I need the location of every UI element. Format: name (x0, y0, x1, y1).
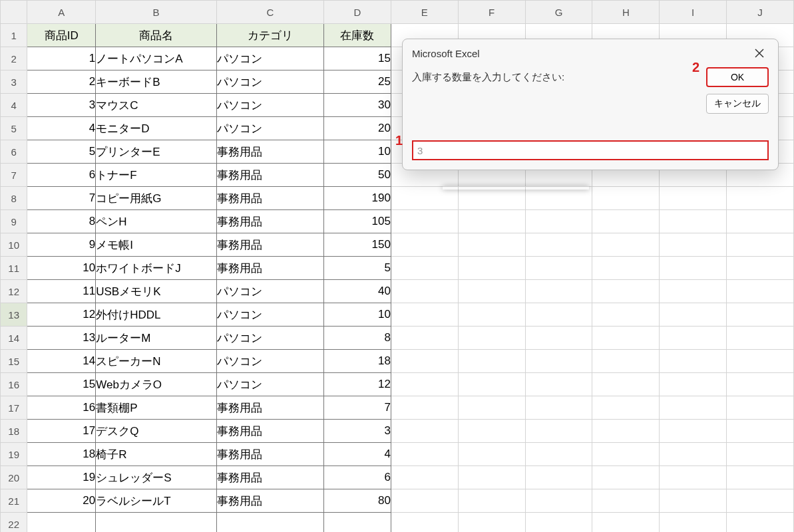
cell-J16[interactable] (727, 373, 794, 396)
cell-F13[interactable] (458, 303, 525, 327)
cell-I19[interactable] (660, 443, 727, 466)
cell-F21[interactable] (458, 489, 525, 513)
cell-A4[interactable]: 3 (27, 94, 96, 117)
cell-D16[interactable]: 12 (324, 373, 391, 396)
cell-F9[interactable] (458, 210, 525, 233)
cell-B15[interactable]: スピーカーN (96, 350, 217, 373)
cell-G13[interactable] (525, 303, 592, 327)
cell-E9[interactable] (391, 210, 458, 233)
cell-E18[interactable] (391, 420, 458, 443)
row-header-20[interactable]: 20 (1, 466, 27, 489)
cell-F10[interactable] (458, 233, 525, 257)
cell-D12[interactable]: 40 (324, 280, 391, 303)
cell-D4[interactable]: 30 (324, 94, 391, 117)
column-header-D[interactable]: D (324, 1, 391, 24)
cell-J20[interactable] (727, 466, 794, 489)
cell-E12[interactable] (391, 280, 458, 303)
cell-E13[interactable] (391, 303, 458, 327)
cell-E10[interactable] (391, 233, 458, 257)
row-header-17[interactable]: 17 (1, 396, 27, 420)
cell-A2[interactable]: 1 (27, 47, 96, 70)
cell-A17[interactable]: 16 (27, 396, 96, 420)
cell-C22[interactable] (216, 513, 323, 533)
cell-D22[interactable] (324, 513, 391, 533)
cell-A16[interactable]: 15 (27, 373, 96, 396)
row-header-12[interactable]: 12 (1, 280, 27, 303)
cell-J10[interactable] (727, 233, 794, 257)
cell-C14[interactable]: パソコン (216, 327, 323, 350)
cell-E22[interactable] (391, 513, 458, 533)
row-header-22[interactable]: 22 (1, 513, 27, 533)
cell-I16[interactable] (660, 373, 727, 396)
cell-D11[interactable]: 5 (324, 257, 391, 280)
cell-J21[interactable] (727, 489, 794, 513)
cell-E11[interactable] (391, 257, 458, 280)
cell-J9[interactable] (727, 210, 794, 233)
cell-H13[interactable] (592, 303, 660, 327)
cell-B18[interactable]: デスクQ (96, 420, 217, 443)
cell-B17[interactable]: 書類棚P (96, 396, 217, 420)
cell-G15[interactable] (525, 350, 592, 373)
cell-D8[interactable]: 190 (324, 187, 391, 210)
cell-G10[interactable] (525, 233, 592, 257)
cell-B6[interactable]: プリンターE (96, 140, 217, 164)
row-header-19[interactable]: 19 (1, 443, 27, 466)
cell-I13[interactable] (660, 303, 727, 327)
cell-B10[interactable]: メモ帳I (96, 233, 217, 257)
column-header-J[interactable]: J (727, 1, 794, 24)
cell-E20[interactable] (391, 466, 458, 489)
cell-G14[interactable] (525, 327, 592, 350)
cell-F18[interactable] (458, 420, 525, 443)
cell-J13[interactable] (727, 303, 794, 327)
cell-G11[interactable] (525, 257, 592, 280)
column-header-B[interactable]: B (96, 1, 217, 24)
cell-D3[interactable]: 25 (324, 70, 391, 94)
cell-H9[interactable] (592, 210, 660, 233)
cell-J14[interactable] (727, 327, 794, 350)
column-header-E[interactable]: E (391, 1, 458, 24)
cell-A6[interactable]: 5 (27, 140, 96, 164)
cell-C7[interactable]: 事務用品 (216, 164, 323, 187)
cell-A22[interactable] (27, 513, 96, 533)
cell-C6[interactable]: 事務用品 (216, 140, 323, 164)
cell-C2[interactable]: パソコン (216, 47, 323, 70)
cell-C21[interactable]: 事務用品 (216, 489, 323, 513)
cell-B7[interactable]: トナーF (96, 164, 217, 187)
cell-H22[interactable] (592, 513, 660, 533)
row-header-3[interactable]: 3 (1, 70, 27, 94)
cell-A13[interactable]: 12 (27, 303, 96, 327)
cell-F14[interactable] (458, 327, 525, 350)
cell-G20[interactable] (525, 466, 592, 489)
cell-E17[interactable] (391, 396, 458, 420)
cell-C20[interactable]: 事務用品 (216, 466, 323, 489)
cell-J15[interactable] (727, 350, 794, 373)
row-header-21[interactable]: 21 (1, 489, 27, 513)
row-header-14[interactable]: 14 (1, 327, 27, 350)
cell-C5[interactable]: パソコン (216, 117, 323, 140)
row-header-11[interactable]: 11 (1, 257, 27, 280)
cell-H17[interactable] (592, 396, 660, 420)
cell-I20[interactable] (660, 466, 727, 489)
cell-B11[interactable]: ホワイトボードJ (96, 257, 217, 280)
cell-J17[interactable] (727, 396, 794, 420)
cell-C13[interactable]: パソコン (216, 303, 323, 327)
cell-I17[interactable] (660, 396, 727, 420)
row-header-13[interactable]: 13 (1, 303, 27, 327)
ok-button[interactable]: OK (706, 67, 769, 87)
cell-G16[interactable] (525, 373, 592, 396)
cell-C1[interactable]: カテゴリ (216, 24, 323, 47)
cell-D20[interactable]: 6 (324, 466, 391, 489)
cell-A15[interactable]: 14 (27, 350, 96, 373)
cell-J12[interactable] (727, 280, 794, 303)
cell-H20[interactable] (592, 466, 660, 489)
row-header-16[interactable]: 16 (1, 373, 27, 396)
cell-C9[interactable]: 事務用品 (216, 210, 323, 233)
cell-I9[interactable] (660, 210, 727, 233)
row-header-10[interactable]: 10 (1, 233, 27, 257)
cell-F17[interactable] (458, 396, 525, 420)
row-header-9[interactable]: 9 (1, 210, 27, 233)
cell-I10[interactable] (660, 233, 727, 257)
cell-J8[interactable] (727, 187, 794, 210)
cell-H11[interactable] (592, 257, 660, 280)
cell-I11[interactable] (660, 257, 727, 280)
